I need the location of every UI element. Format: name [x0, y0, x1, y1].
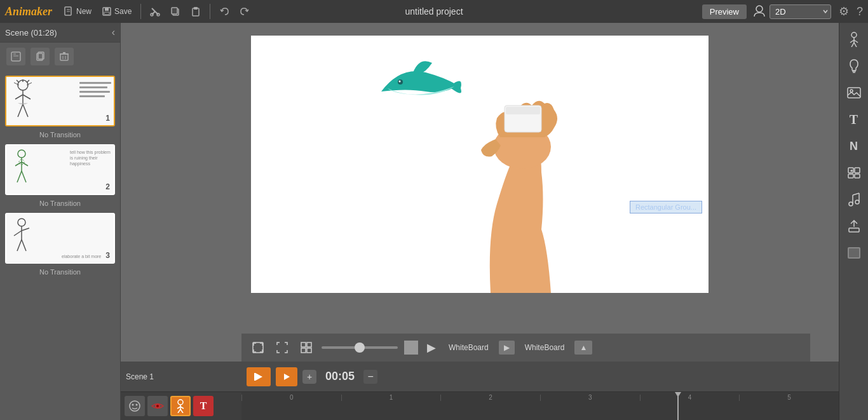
- scene1-text-lines: [79, 82, 111, 97]
- whiteboard-arrow-2[interactable]: ▲: [574, 341, 592, 355]
- copy-button[interactable]: [166, 5, 184, 18]
- dolphin-figure: [375, 53, 464, 117]
- face-track-button[interactable]: [125, 396, 145, 416]
- fullscreen-button[interactable]: [273, 339, 291, 356]
- svg-point-62: [130, 401, 140, 411]
- scene-fit-icon: [252, 341, 264, 354]
- new-scene-button[interactable]: [6, 48, 25, 65]
- toolbar-right: Preview 2D 3D Whiteboard ⚙ ?: [702, 4, 863, 19]
- sidebar-upload-button[interactable]: [843, 215, 865, 238]
- scene3-text: elaborate a bit more: [62, 254, 112, 259]
- timeline-playhead[interactable]: [677, 392, 679, 420]
- mode-dropdown[interactable]: 2D 3D Whiteboard: [770, 4, 831, 19]
- timeline-controls: Scene 1 + 00:05 −: [121, 362, 839, 392]
- settings-icon[interactable]: ⚙: [839, 4, 849, 18]
- eye-track-button[interactable]: [147, 396, 168, 416]
- avatar-icon: [752, 4, 767, 19]
- timeline-play-scene-button[interactable]: [276, 367, 297, 386]
- ruler-tick-2: 2: [440, 395, 540, 401]
- n-sidebar-icon: N: [850, 140, 858, 153]
- svg-point-89: [855, 200, 859, 204]
- svg-rect-58: [307, 348, 311, 353]
- svg-line-35: [23, 104, 28, 117]
- play-button[interactable]: ▶: [424, 341, 438, 355]
- scene-item-2[interactable]: tell how this problem is ruining their h…: [0, 142, 120, 198]
- play-all-icon: [254, 372, 263, 381]
- scene-item-1[interactable]: 1: [0, 73, 120, 129]
- character-track-button[interactable]: [170, 396, 191, 416]
- save-button[interactable]: Save: [98, 5, 135, 18]
- svg-rect-4: [105, 8, 109, 11]
- scene-zoom-button[interactable]: [249, 339, 267, 356]
- timeline-playback-controls: + 00:05 −: [241, 367, 383, 386]
- project-title: untitled project: [405, 6, 463, 17]
- svg-rect-93: [849, 228, 859, 232]
- timeline-scene-label: Scene 1: [121, 372, 241, 381]
- paste-icon: [191, 6, 201, 17]
- ruler-tick-4: 4: [640, 395, 740, 401]
- scene-list: 1 No Transition: [0, 71, 120, 420]
- preview-button[interactable]: Preview: [702, 4, 747, 19]
- sidebar-text-button[interactable]: T: [843, 108, 865, 131]
- effects-sidebar-icon: ★: [847, 166, 861, 179]
- svg-line-27: [27, 80, 29, 83]
- sidebar-n-button[interactable]: N: [843, 135, 865, 158]
- mode-selector-wrap: 2D 3D Whiteboard: [752, 4, 831, 19]
- canvas-frame[interactable]: Rectangular Grou...: [251, 36, 709, 293]
- scene-thumbnail-2[interactable]: tell how this problem is ruining their h…: [5, 144, 115, 195]
- svg-line-26: [17, 80, 19, 83]
- svg-line-38: [15, 162, 22, 166]
- scene-item-3[interactable]: elaborate a bit more 3: [0, 210, 120, 266]
- scene-minus-button[interactable]: −: [363, 370, 377, 384]
- sidebar-character-button[interactable]: [843, 28, 865, 51]
- sidebar-image-button[interactable]: [843, 81, 865, 104]
- upload-sidebar-icon: [848, 219, 860, 233]
- delete-scene-button[interactable]: [55, 48, 74, 65]
- svg-point-66: [156, 405, 159, 407]
- svg-line-33: [23, 95, 31, 99]
- scene-thumbnail-1[interactable]: 1: [5, 76, 115, 126]
- svg-rect-55: [301, 342, 306, 347]
- new-icon: [64, 6, 74, 17]
- sidebar-effects-button[interactable]: ★: [843, 161, 865, 184]
- whiteboard-label-2: WhiteBoard: [525, 343, 565, 352]
- scene-collapse-button[interactable]: ‹: [112, 27, 115, 38]
- svg-rect-56: [307, 342, 311, 347]
- progress-thumb[interactable]: [355, 342, 365, 353]
- svg-rect-96: [849, 248, 859, 257]
- ruler-tick-1: 1: [341, 395, 441, 401]
- whiteboard-arrow-1[interactable]: ▶: [499, 341, 515, 355]
- no-transition-2[interactable]: No Transition: [0, 198, 120, 210]
- duplicate-scene-button[interactable]: [31, 48, 50, 65]
- svg-point-36: [18, 150, 25, 158]
- undo-icon: [219, 6, 229, 17]
- timeline-ruler[interactable]: 0 1 2 3 4 5: [241, 392, 839, 420]
- undo-button[interactable]: [215, 5, 233, 18]
- brand-logo: Animaker: [5, 5, 52, 18]
- no-transition-1[interactable]: No Transition: [0, 129, 120, 142]
- stop-button[interactable]: [404, 341, 418, 355]
- redo-button[interactable]: [236, 5, 254, 18]
- svg-rect-57: [301, 348, 306, 353]
- timeline-play-all-button[interactable]: [247, 367, 271, 386]
- sidebar-lightbulb-button[interactable]: [843, 55, 865, 78]
- paste-button[interactable]: [187, 5, 205, 18]
- grid-button[interactable]: [297, 339, 315, 356]
- no-transition-3[interactable]: No Transition: [0, 266, 120, 279]
- scene-content-3: elaborate a bit more: [6, 214, 114, 262]
- new-button[interactable]: New: [60, 5, 95, 18]
- cut-button[interactable]: [146, 5, 164, 18]
- sidebar-music-button[interactable]: [843, 188, 865, 211]
- svg-rect-13: [194, 7, 198, 10]
- scene-panel-title: Scene (01:28): [5, 28, 57, 37]
- scene-add-button[interactable]: +: [302, 370, 316, 384]
- ruler-tick-0: 0: [241, 395, 341, 401]
- svg-line-45: [14, 231, 22, 236]
- svg-point-64: [136, 404, 138, 406]
- scene-thumbnail-3[interactable]: elaborate a bit more 3: [5, 213, 115, 264]
- progress-track[interactable]: [322, 346, 398, 349]
- text-track-button[interactable]: T: [193, 396, 214, 416]
- sidebar-background-button[interactable]: [843, 241, 865, 264]
- help-icon[interactable]: ?: [857, 5, 863, 18]
- scene-actions-bar: [0, 43, 120, 71]
